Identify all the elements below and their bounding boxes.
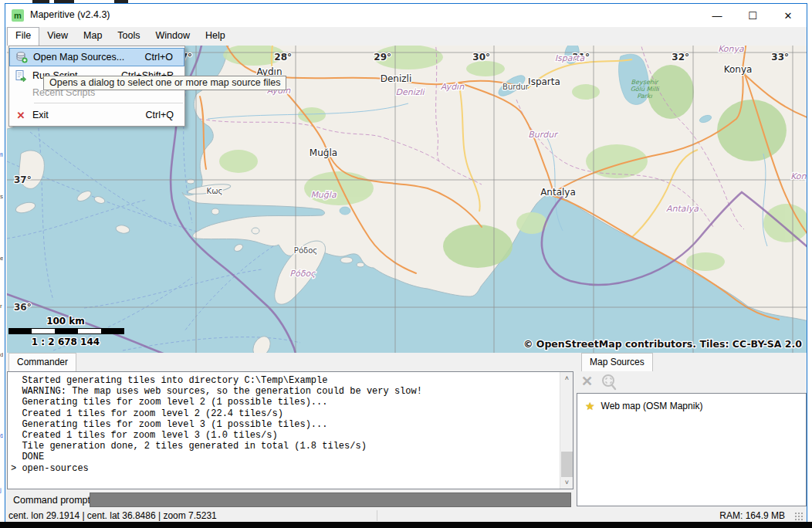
status-separator [377, 510, 377, 521]
tooltip: Opens a dialog to select one or more map… [43, 76, 286, 90]
svg-text:33°: 33° [771, 52, 789, 63]
console-line: Generating tiles for zoom level 3 (1 pos… [11, 419, 559, 430]
svg-text:Ρόδος: Ρόδος [294, 246, 317, 255]
run-script-icon [9, 69, 32, 82]
menu-separator [34, 103, 183, 103]
maperitive-window: m Maperitive (v2.4.3) — ☐ ✕ FileViewMapT… [5, 3, 807, 522]
svg-text:Muğla: Muğla [310, 190, 337, 200]
svg-text:28°: 28° [274, 52, 292, 63]
red-x-icon: ✕ [9, 110, 32, 121]
svg-text:Burdur: Burdur [528, 130, 559, 140]
menu-window[interactable]: Window [148, 27, 198, 46]
taskbar-edge [0, 522, 812, 528]
console-line: DONE [11, 452, 559, 462]
svg-text:Burdur: Burdur [502, 83, 529, 91]
menu-item-open-map-sources[interactable]: Open Map Sources...Ctrl+O [9, 48, 184, 66]
maximize-button[interactable]: ☐ [735, 4, 770, 27]
svg-text:Gölü Milli: Gölü Milli [631, 86, 660, 93]
app-icon: m [12, 9, 24, 22]
menu-map[interactable]: Map [76, 27, 110, 46]
console-line: Generating tiles for zoom level 2 (1 pos… [11, 397, 559, 408]
console-output: Started generating tiles into directory … [11, 375, 559, 474]
map-attribution: © OpenStreetMap contributors. Tiles: CC-… [523, 338, 802, 350]
command-prompt-label: Command prompt: [13, 495, 93, 506]
database-add-icon [10, 51, 33, 63]
tab-map-sources[interactable]: Map Sources [581, 353, 653, 371]
svg-text:Denizli: Denizli [381, 73, 412, 84]
svg-text:37°: 37° [14, 174, 32, 185]
menu-help[interactable]: Help [198, 27, 233, 46]
console-line: WARNING: The map uses web sources, so th… [11, 386, 559, 397]
title-bar[interactable]: m Maperitive (v2.4.3) — ☐ ✕ [5, 4, 807, 27]
svg-text:Konya: Konya [790, 171, 807, 181]
console-line: Created 1 tiles for zoom level 3 (1.0 ti… [11, 430, 559, 441]
svg-text:Beyşehir: Beyşehir [631, 79, 660, 86]
svg-text:Denizli: Denizli [395, 87, 425, 97]
svg-text:Isparta: Isparta [555, 53, 585, 63]
tab-commander[interactable]: Commander [8, 353, 76, 371]
svg-text:Konya: Konya [718, 46, 744, 54]
map-source-label: Web map (OSM Mapnik) [601, 401, 703, 411]
console-line: Created 1 tiles for zoom level 2 (22.4 t… [11, 408, 559, 419]
console-scrollbar[interactable]: ˄ ˅ [560, 372, 573, 489]
console-line: Tile generation done, 2 tiles generated … [11, 441, 559, 452]
close-button[interactable]: ✕ [770, 4, 806, 27]
svg-text:Muğla: Muğla [310, 147, 337, 158]
menu-item-shortcut: Ctrl+O [145, 52, 184, 63]
menu-view[interactable]: View [39, 27, 76, 46]
svg-text:1 : 2 678 144: 1 : 2 678 144 [32, 337, 100, 347]
svg-text:100 km: 100 km [46, 316, 85, 327]
scroll-down-icon[interactable]: ˅ [560, 476, 573, 489]
scroll-up-icon[interactable]: ˄ [560, 372, 573, 384]
map-sources-toolbar: ✕ [577, 371, 807, 393]
svg-text:Κως: Κως [207, 187, 223, 195]
status-coordinates: cent. lon 29.1914 | cent. lat 36.8486 | … [8, 510, 217, 521]
menu-item-shortcut: Ctrl+Q [146, 110, 184, 120]
svg-text:Aydın: Aydın [441, 82, 465, 92]
svg-text:Parkı: Parkı [637, 93, 652, 100]
window-title: Maperitive (v2.4.3) [30, 9, 110, 20]
status-ram: RAM: 164.9 MB [719, 510, 785, 521]
svg-text:36°: 36° [14, 302, 32, 313]
menu-item-exit[interactable]: ✕ExitCtrl+Q [9, 106, 184, 124]
console-line: Started generating tiles into directory … [11, 375, 559, 386]
menu-file[interactable]: File [7, 27, 39, 46]
resize-grip-icon[interactable] [794, 512, 804, 521]
svg-text:Antalya: Antalya [540, 187, 576, 198]
minimize-button[interactable]: — [699, 4, 735, 27]
zoom-to-source-icon[interactable] [600, 373, 618, 391]
console-line: > open-sources [11, 463, 559, 474]
svg-text:30°: 30° [472, 52, 490, 63]
menu-item-label: Open Map Sources... [33, 52, 145, 63]
map-sources-list[interactable]: ★Web map (OSM Mapnik) [577, 393, 807, 506]
menu-tools[interactable]: Tools [110, 27, 147, 46]
command-prompt-row: Command prompt: [7, 491, 573, 509]
menu-bar: FileViewMapToolsWindowHelp [5, 27, 807, 46]
svg-text:Antalya: Antalya [666, 204, 699, 214]
remove-source-icon[interactable]: ✕ [581, 373, 593, 390]
status-bar: cent. lon 29.1914 | cent. lat 36.8486 | … [5, 509, 807, 522]
map-source-item[interactable]: ★Web map (OSM Mapnik) [577, 394, 806, 412]
menu-item-label: Exit [32, 110, 146, 120]
svg-text:29°: 29° [374, 52, 391, 63]
svg-text:Ρόδος: Ρόδος [289, 269, 316, 279]
scroll-thumb[interactable] [561, 452, 573, 477]
svg-text:Konya: Konya [724, 64, 753, 75]
svg-text:Isparta: Isparta [528, 76, 560, 87]
star-icon: ★ [585, 400, 595, 412]
commander-console[interactable]: Started generating tiles into directory … [7, 371, 573, 489]
svg-text:32°: 32° [672, 52, 689, 63]
command-prompt-input[interactable] [90, 492, 571, 507]
